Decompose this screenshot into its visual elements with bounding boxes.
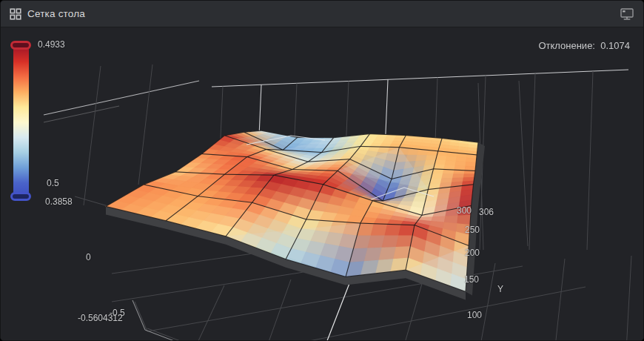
y-axis-title: Y bbox=[497, 284, 503, 294]
colorbar[interactable] bbox=[13, 47, 29, 198]
colorbar-max-label: 0.4933 bbox=[38, 39, 65, 50]
grid-icon bbox=[10, 8, 21, 20]
grid-panel: Сетка стола Отклонение: 0.1074 0.4933 0.… bbox=[0, 0, 644, 341]
deviation-label: Отклонение: bbox=[538, 40, 595, 51]
panel-title: Сетка стола bbox=[27, 8, 85, 19]
left-axis-tick: 0.5 bbox=[47, 178, 59, 188]
panel-header[interactable]: Сетка стола bbox=[1, 1, 643, 27]
y-axis-tick: 300 bbox=[457, 205, 472, 216]
colorbar-min-handle[interactable] bbox=[10, 192, 31, 201]
colorbar-max-handle[interactable] bbox=[10, 41, 31, 50]
left-axis-tick: 0 bbox=[86, 252, 91, 262]
y-axis-tick: 306 bbox=[479, 207, 494, 217]
monitor-icon[interactable] bbox=[620, 7, 634, 21]
deviation-readout: Отклонение: 0.1074 bbox=[538, 40, 630, 51]
y-axis-tick: 150 bbox=[464, 274, 479, 285]
surface-3d-plot[interactable] bbox=[1, 27, 643, 340]
y-axis-tick: 250 bbox=[465, 225, 480, 235]
3d-plot-area: Отклонение: 0.1074 0.4933 0.3858 0.5 0 -… bbox=[1, 27, 643, 340]
y-axis-tick: 100 bbox=[467, 310, 482, 320]
left-axis-tick: -0.5604312 bbox=[78, 313, 123, 323]
colorbar-min-label: 0.3858 bbox=[45, 196, 73, 207]
y-axis-tick: 200 bbox=[465, 248, 480, 258]
deviation-value: 0.1074 bbox=[600, 40, 630, 51]
